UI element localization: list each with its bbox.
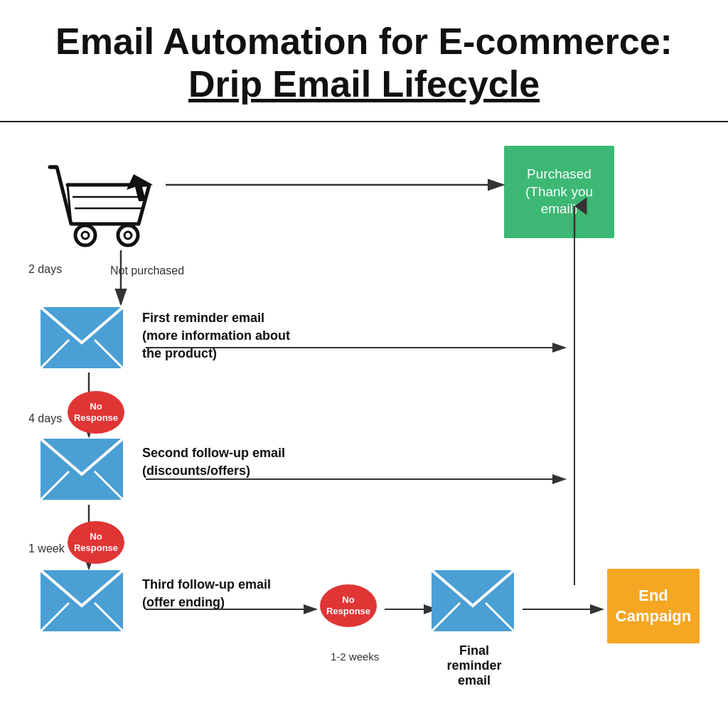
title-line2: Drip Email Lifecycle bbox=[28, 62, 700, 106]
cart-icon bbox=[28, 146, 156, 259]
no-response-1: NoResponse bbox=[68, 391, 124, 434]
arrow-email2-right bbox=[142, 471, 576, 488]
final-email-label: Final reminderemail bbox=[432, 643, 517, 688]
title-section: Email Automation for E-commerce: Drip Em… bbox=[0, 0, 728, 122]
email-3-envelope bbox=[39, 569, 124, 636]
diagram-container: Email Automation for E-commerce: Drip Em… bbox=[0, 0, 728, 728]
four-days-label: 4 days bbox=[28, 412, 62, 425]
no-response-2: NoResponse bbox=[68, 521, 124, 564]
arrow-email3-to-noresponse bbox=[142, 601, 327, 619]
end-campaign-box: EndCampaign bbox=[607, 569, 700, 643]
arrow-final-to-endcampaign bbox=[519, 601, 611, 619]
svg-point-1 bbox=[82, 232, 89, 239]
no-response-ellipse-2: NoResponse bbox=[68, 521, 124, 564]
two-days-label: 2 days bbox=[28, 263, 62, 276]
one-two-weeks-label: 1-2 weeks bbox=[331, 651, 379, 663]
final-email-envelope bbox=[430, 569, 515, 636]
title-line1: Email Automation for E-commerce: bbox=[28, 21, 700, 62]
one-week-label: 1 week bbox=[28, 542, 65, 555]
purchased-label: Purchased(Thank youemail) bbox=[525, 166, 593, 218]
svg-point-3 bbox=[124, 232, 132, 239]
email-2-envelope bbox=[39, 437, 124, 504]
arrow-email1-right bbox=[142, 339, 576, 357]
arrow-vertical-to-purchased bbox=[572, 203, 577, 240]
vertical-line-right bbox=[574, 237, 575, 585]
email-1-envelope bbox=[39, 306, 124, 373]
no-response-ellipse-3: NoResponse bbox=[320, 584, 377, 627]
not-purchased-label: Not purchased bbox=[110, 263, 184, 279]
purchased-box: Purchased(Thank youemail) bbox=[504, 146, 614, 238]
arrow-cart-to-purchased bbox=[162, 174, 510, 196]
end-campaign-label: EndCampaign bbox=[616, 586, 691, 626]
no-response-3: NoResponse bbox=[320, 584, 377, 627]
no-response-ellipse-1: NoResponse bbox=[68, 391, 124, 434]
svg-point-0 bbox=[75, 225, 95, 245]
arrow-cart-down bbox=[110, 249, 132, 309]
svg-point-2 bbox=[118, 225, 138, 245]
flow-area: Purchased(Thank youemail) Not purchased bbox=[0, 132, 728, 728]
